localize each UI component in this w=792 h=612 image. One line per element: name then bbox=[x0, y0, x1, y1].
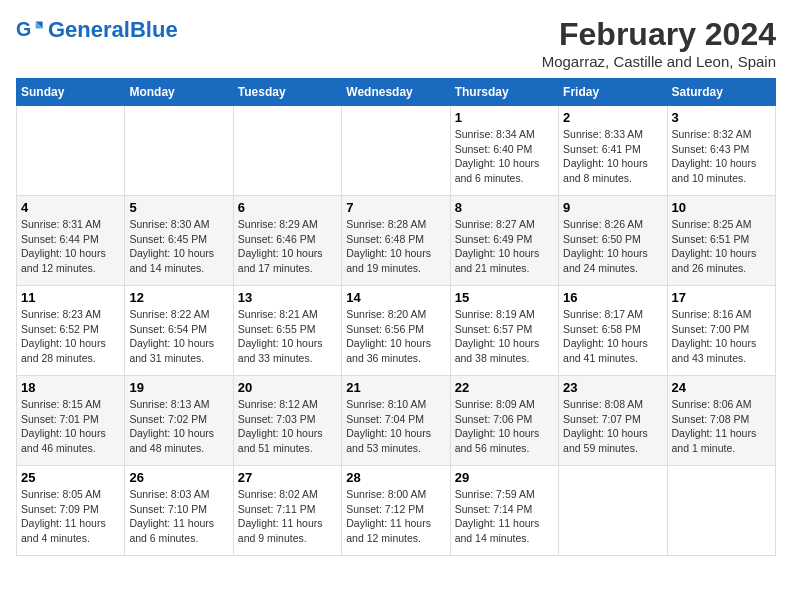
calendar-cell: 14Sunrise: 8:20 AM Sunset: 6:56 PM Dayli… bbox=[342, 286, 450, 376]
day-number: 7 bbox=[346, 200, 445, 215]
page-title: February 2024 bbox=[542, 16, 776, 53]
day-number: 5 bbox=[129, 200, 228, 215]
day-number: 17 bbox=[672, 290, 771, 305]
day-detail: Sunrise: 8:19 AM Sunset: 6:57 PM Dayligh… bbox=[455, 307, 554, 366]
day-number: 22 bbox=[455, 380, 554, 395]
day-number: 16 bbox=[563, 290, 662, 305]
day-number: 24 bbox=[672, 380, 771, 395]
day-number: 20 bbox=[238, 380, 337, 395]
calendar-week-row: 25Sunrise: 8:05 AM Sunset: 7:09 PM Dayli… bbox=[17, 466, 776, 556]
calendar-week-row: 18Sunrise: 8:15 AM Sunset: 7:01 PM Dayli… bbox=[17, 376, 776, 466]
calendar-cell: 11Sunrise: 8:23 AM Sunset: 6:52 PM Dayli… bbox=[17, 286, 125, 376]
day-number: 10 bbox=[672, 200, 771, 215]
calendar-cell: 28Sunrise: 8:00 AM Sunset: 7:12 PM Dayli… bbox=[342, 466, 450, 556]
header-sunday: Sunday bbox=[17, 79, 125, 106]
calendar-week-row: 11Sunrise: 8:23 AM Sunset: 6:52 PM Dayli… bbox=[17, 286, 776, 376]
day-number: 2 bbox=[563, 110, 662, 125]
day-detail: Sunrise: 8:27 AM Sunset: 6:49 PM Dayligh… bbox=[455, 217, 554, 276]
day-number: 23 bbox=[563, 380, 662, 395]
header-tuesday: Tuesday bbox=[233, 79, 341, 106]
day-number: 14 bbox=[346, 290, 445, 305]
calendar-cell: 22Sunrise: 8:09 AM Sunset: 7:06 PM Dayli… bbox=[450, 376, 558, 466]
logo-general: General bbox=[48, 17, 130, 42]
day-detail: Sunrise: 8:23 AM Sunset: 6:52 PM Dayligh… bbox=[21, 307, 120, 366]
day-detail: Sunrise: 8:02 AM Sunset: 7:11 PM Dayligh… bbox=[238, 487, 337, 546]
calendar-cell: 9Sunrise: 8:26 AM Sunset: 6:50 PM Daylig… bbox=[559, 196, 667, 286]
day-detail: Sunrise: 8:20 AM Sunset: 6:56 PM Dayligh… bbox=[346, 307, 445, 366]
calendar-cell bbox=[17, 106, 125, 196]
calendar-cell: 25Sunrise: 8:05 AM Sunset: 7:09 PM Dayli… bbox=[17, 466, 125, 556]
calendar-cell: 3Sunrise: 8:32 AM Sunset: 6:43 PM Daylig… bbox=[667, 106, 775, 196]
logo-blue: Blue bbox=[130, 17, 178, 42]
svg-text:G: G bbox=[16, 18, 31, 40]
day-number: 1 bbox=[455, 110, 554, 125]
day-number: 15 bbox=[455, 290, 554, 305]
calendar-cell: 27Sunrise: 8:02 AM Sunset: 7:11 PM Dayli… bbox=[233, 466, 341, 556]
day-detail: Sunrise: 8:03 AM Sunset: 7:10 PM Dayligh… bbox=[129, 487, 228, 546]
calendar-week-row: 1Sunrise: 8:34 AM Sunset: 6:40 PM Daylig… bbox=[17, 106, 776, 196]
day-number: 8 bbox=[455, 200, 554, 215]
header-friday: Friday bbox=[559, 79, 667, 106]
day-number: 9 bbox=[563, 200, 662, 215]
day-detail: Sunrise: 8:06 AM Sunset: 7:08 PM Dayligh… bbox=[672, 397, 771, 456]
calendar-cell: 12Sunrise: 8:22 AM Sunset: 6:54 PM Dayli… bbox=[125, 286, 233, 376]
day-detail: Sunrise: 8:12 AM Sunset: 7:03 PM Dayligh… bbox=[238, 397, 337, 456]
day-detail: Sunrise: 8:13 AM Sunset: 7:02 PM Dayligh… bbox=[129, 397, 228, 456]
logo-icon: G bbox=[16, 16, 44, 44]
day-number: 13 bbox=[238, 290, 337, 305]
day-detail: Sunrise: 8:09 AM Sunset: 7:06 PM Dayligh… bbox=[455, 397, 554, 456]
day-number: 11 bbox=[21, 290, 120, 305]
calendar-header-row: SundayMondayTuesdayWednesdayThursdayFrid… bbox=[17, 79, 776, 106]
day-detail: Sunrise: 8:10 AM Sunset: 7:04 PM Dayligh… bbox=[346, 397, 445, 456]
page-subtitle: Mogarraz, Castille and Leon, Spain bbox=[542, 53, 776, 70]
calendar-cell: 8Sunrise: 8:27 AM Sunset: 6:49 PM Daylig… bbox=[450, 196, 558, 286]
day-detail: Sunrise: 8:17 AM Sunset: 6:58 PM Dayligh… bbox=[563, 307, 662, 366]
calendar-cell: 17Sunrise: 8:16 AM Sunset: 7:00 PM Dayli… bbox=[667, 286, 775, 376]
calendar-cell: 4Sunrise: 8:31 AM Sunset: 6:44 PM Daylig… bbox=[17, 196, 125, 286]
day-number: 29 bbox=[455, 470, 554, 485]
calendar-cell bbox=[233, 106, 341, 196]
calendar-table: SundayMondayTuesdayWednesdayThursdayFrid… bbox=[16, 78, 776, 556]
day-detail: Sunrise: 7:59 AM Sunset: 7:14 PM Dayligh… bbox=[455, 487, 554, 546]
calendar-cell: 24Sunrise: 8:06 AM Sunset: 7:08 PM Dayli… bbox=[667, 376, 775, 466]
day-detail: Sunrise: 8:15 AM Sunset: 7:01 PM Dayligh… bbox=[21, 397, 120, 456]
day-detail: Sunrise: 8:21 AM Sunset: 6:55 PM Dayligh… bbox=[238, 307, 337, 366]
day-number: 25 bbox=[21, 470, 120, 485]
calendar-week-row: 4Sunrise: 8:31 AM Sunset: 6:44 PM Daylig… bbox=[17, 196, 776, 286]
calendar-cell: 20Sunrise: 8:12 AM Sunset: 7:03 PM Dayli… bbox=[233, 376, 341, 466]
calendar-cell: 16Sunrise: 8:17 AM Sunset: 6:58 PM Dayli… bbox=[559, 286, 667, 376]
day-detail: Sunrise: 8:26 AM Sunset: 6:50 PM Dayligh… bbox=[563, 217, 662, 276]
calendar-cell: 21Sunrise: 8:10 AM Sunset: 7:04 PM Dayli… bbox=[342, 376, 450, 466]
day-detail: Sunrise: 8:16 AM Sunset: 7:00 PM Dayligh… bbox=[672, 307, 771, 366]
calendar-cell bbox=[667, 466, 775, 556]
day-detail: Sunrise: 8:22 AM Sunset: 6:54 PM Dayligh… bbox=[129, 307, 228, 366]
day-detail: Sunrise: 8:25 AM Sunset: 6:51 PM Dayligh… bbox=[672, 217, 771, 276]
calendar-cell: 29Sunrise: 7:59 AM Sunset: 7:14 PM Dayli… bbox=[450, 466, 558, 556]
day-detail: Sunrise: 8:32 AM Sunset: 6:43 PM Dayligh… bbox=[672, 127, 771, 186]
page-header: G GeneralBlue February 2024 Mogarraz, Ca… bbox=[16, 16, 776, 70]
day-number: 6 bbox=[238, 200, 337, 215]
header-saturday: Saturday bbox=[667, 79, 775, 106]
calendar-cell: 5Sunrise: 8:30 AM Sunset: 6:45 PM Daylig… bbox=[125, 196, 233, 286]
title-area: February 2024 Mogarraz, Castille and Leo… bbox=[542, 16, 776, 70]
day-number: 26 bbox=[129, 470, 228, 485]
day-detail: Sunrise: 8:31 AM Sunset: 6:44 PM Dayligh… bbox=[21, 217, 120, 276]
calendar-cell: 6Sunrise: 8:29 AM Sunset: 6:46 PM Daylig… bbox=[233, 196, 341, 286]
calendar-cell bbox=[559, 466, 667, 556]
calendar-cell: 19Sunrise: 8:13 AM Sunset: 7:02 PM Dayli… bbox=[125, 376, 233, 466]
calendar-cell: 18Sunrise: 8:15 AM Sunset: 7:01 PM Dayli… bbox=[17, 376, 125, 466]
header-wednesday: Wednesday bbox=[342, 79, 450, 106]
calendar-cell: 2Sunrise: 8:33 AM Sunset: 6:41 PM Daylig… bbox=[559, 106, 667, 196]
day-number: 19 bbox=[129, 380, 228, 395]
calendar-cell: 23Sunrise: 8:08 AM Sunset: 7:07 PM Dayli… bbox=[559, 376, 667, 466]
day-detail: Sunrise: 8:28 AM Sunset: 6:48 PM Dayligh… bbox=[346, 217, 445, 276]
calendar-cell: 7Sunrise: 8:28 AM Sunset: 6:48 PM Daylig… bbox=[342, 196, 450, 286]
day-number: 4 bbox=[21, 200, 120, 215]
calendar-cell bbox=[342, 106, 450, 196]
day-detail: Sunrise: 8:33 AM Sunset: 6:41 PM Dayligh… bbox=[563, 127, 662, 186]
day-number: 12 bbox=[129, 290, 228, 305]
day-number: 21 bbox=[346, 380, 445, 395]
day-number: 27 bbox=[238, 470, 337, 485]
header-monday: Monday bbox=[125, 79, 233, 106]
calendar-cell bbox=[125, 106, 233, 196]
